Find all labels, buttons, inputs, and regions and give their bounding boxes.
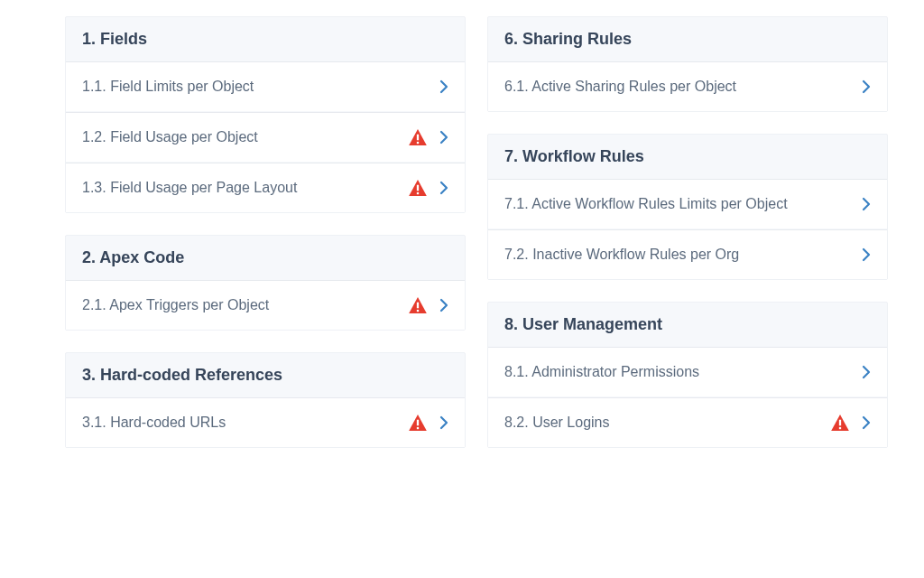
item-label: 6.1. Active Sharing Rules per Object xyxy=(504,79,862,95)
chevron-right-icon xyxy=(439,130,448,144)
section-title: 1. Fields xyxy=(82,30,448,49)
warning-icon xyxy=(409,180,427,196)
svg-rect-6 xyxy=(417,420,419,426)
section-fields: 1. Fields1.1. Field Limits per Object1.2… xyxy=(65,16,466,213)
item-field-usage-object[interactable]: 1.2. Field Usage per Object xyxy=(66,112,465,162)
item-label: 8.2. User Logins xyxy=(504,415,831,431)
item-apex-triggers[interactable]: 2.1. Apex Triggers per Object xyxy=(66,280,465,330)
item-user-logins[interactable]: 8.2. User Logins xyxy=(488,397,887,447)
svg-rect-5 xyxy=(417,310,419,312)
svg-rect-9 xyxy=(839,427,841,429)
item-label: 7.1. Active Workflow Rules Limits per Ob… xyxy=(504,196,862,212)
section-title: 8. User Management xyxy=(504,315,871,334)
warning-icon xyxy=(831,415,849,431)
item-label: 8.1. Administrator Permissions xyxy=(504,364,862,380)
item-admin-permissions[interactable]: 8.1. Administrator Permissions xyxy=(488,347,887,396)
section-title: 6. Sharing Rules xyxy=(504,30,871,49)
svg-rect-1 xyxy=(417,142,419,144)
item-badges xyxy=(409,297,448,313)
item-inactive-workflow-rules[interactable]: 7.2. Inactive Workflow Rules per Org xyxy=(488,229,887,279)
item-label: 3.1. Hard-coded URLs xyxy=(82,415,409,431)
svg-rect-4 xyxy=(417,303,419,309)
item-badges xyxy=(409,129,448,145)
section-apex-code: 2. Apex Code2.1. Apex Triggers per Objec… xyxy=(65,235,466,331)
section-header: 7. Workflow Rules xyxy=(488,135,887,179)
warning-icon xyxy=(409,129,427,145)
svg-rect-3 xyxy=(417,192,419,194)
item-field-usage-layout[interactable]: 1.3. Field Usage per Page Layout xyxy=(66,163,465,212)
chevron-right-icon xyxy=(439,79,448,94)
section-header: 1. Fields xyxy=(66,17,465,61)
section-sharing-rules: 6. Sharing Rules6.1. Active Sharing Rule… xyxy=(487,16,888,112)
warning-icon xyxy=(409,415,427,431)
section-hardcoded-references: 3. Hard-coded References3.1. Hard-coded … xyxy=(65,352,466,448)
item-label: 1.2. Field Usage per Object xyxy=(82,129,409,145)
item-badges xyxy=(409,415,448,431)
chevron-right-icon xyxy=(862,79,871,94)
section-header: 3. Hard-coded References xyxy=(66,353,465,397)
item-badges xyxy=(862,197,871,211)
item-field-limits[interactable]: 1.1. Field Limits per Object xyxy=(66,61,465,111)
chevron-right-icon xyxy=(439,298,448,312)
svg-rect-7 xyxy=(417,427,419,429)
item-badges xyxy=(862,79,871,94)
item-badges xyxy=(831,415,871,431)
item-badges xyxy=(439,79,448,94)
item-label: 1.3. Field Usage per Page Layout xyxy=(82,180,409,196)
item-label: 2.1. Apex Triggers per Object xyxy=(82,297,409,313)
section-header: 6. Sharing Rules xyxy=(488,17,887,61)
item-badges xyxy=(409,180,448,196)
chevron-right-icon xyxy=(862,365,871,379)
item-badges xyxy=(862,247,871,262)
svg-rect-2 xyxy=(417,185,419,191)
section-title: 7. Workflow Rules xyxy=(504,147,871,166)
item-active-sharing-rules[interactable]: 6.1. Active Sharing Rules per Object xyxy=(488,61,887,111)
section-title: 2. Apex Code xyxy=(82,248,448,267)
svg-rect-0 xyxy=(417,135,419,141)
chevron-right-icon xyxy=(862,197,871,211)
chevron-right-icon xyxy=(862,415,871,430)
item-label: 7.2. Inactive Workflow Rules per Org xyxy=(504,247,862,263)
item-badges xyxy=(862,365,871,379)
section-header: 8. User Management xyxy=(488,303,887,347)
section-user-management: 8. User Management8.1. Administrator Per… xyxy=(487,302,888,448)
chevron-right-icon xyxy=(862,247,871,262)
item-label: 1.1. Field Limits per Object xyxy=(82,79,439,95)
column: 1. Fields1.1. Field Limits per Object1.2… xyxy=(65,16,466,448)
chevron-right-icon xyxy=(439,415,448,430)
item-active-workflow-limits[interactable]: 7.1. Active Workflow Rules Limits per Ob… xyxy=(488,179,887,228)
column: 6. Sharing Rules6.1. Active Sharing Rule… xyxy=(487,16,888,448)
svg-rect-8 xyxy=(839,420,841,426)
chevron-right-icon xyxy=(439,181,448,195)
item-hardcoded-urls[interactable]: 3.1. Hard-coded URLs xyxy=(66,397,465,447)
section-title: 3. Hard-coded References xyxy=(82,366,448,385)
section-header: 2. Apex Code xyxy=(66,236,465,280)
section-workflow-rules: 7. Workflow Rules7.1. Active Workflow Ru… xyxy=(487,134,888,280)
warning-icon xyxy=(409,297,427,313)
